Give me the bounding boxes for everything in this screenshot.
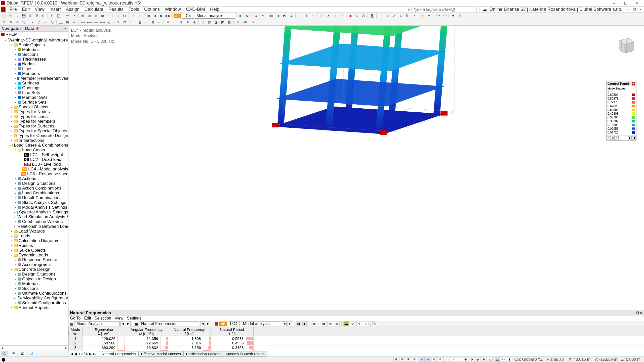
tree-imperfections[interactable]: ▸Imperfections bbox=[0, 138, 68, 143]
cloud-button[interactable]: ⤓ bbox=[14, 13, 20, 19]
star-button[interactable]: ✱ bbox=[450, 13, 456, 19]
sb-mode6-button[interactable]: ◓ bbox=[481, 357, 487, 362]
rotate-button[interactable]: ⟲ bbox=[14, 20, 20, 25]
tree-lc1-self-weight[interactable]: GLC1 - Self-weight bbox=[0, 152, 68, 157]
tree-cd-serviceability-configurations[interactable]: ▸Serviceability Configurations bbox=[0, 296, 68, 300]
dim-button[interactable]: ⟷ bbox=[435, 13, 441, 19]
tree-member-sets[interactable]: ▸Member Sets bbox=[0, 95, 68, 100]
bool2-button[interactable]: ∩ bbox=[172, 20, 178, 25]
load-dialog-button[interactable]: ⚡ bbox=[130, 13, 136, 19]
tree-concrete-design[interactable]: ▾Concrete Design bbox=[0, 267, 68, 272]
bp-results-dropdown[interactable]: Natural Frequencies bbox=[139, 321, 199, 326]
sb-mode4-button[interactable]: ◑ bbox=[469, 357, 474, 362]
arrow4-button[interactable]: ↘ bbox=[397, 13, 404, 19]
diagram3-button[interactable]: ⊢ bbox=[310, 13, 316, 19]
bp-lc-dropdown[interactable]: LC4 bbox=[228, 321, 239, 326]
tree-types-for-lines[interactable]: ▸Types for Lines bbox=[0, 114, 68, 119]
copy-button[interactable]: ⎘ bbox=[49, 13, 55, 19]
bp-tab-effective-modal-masses[interactable]: Effective Modal Masses bbox=[138, 351, 184, 356]
window-quad-button[interactable]: ⊟ bbox=[121, 13, 127, 19]
tree-response-spectra[interactable]: ▸Response Spectra bbox=[0, 257, 68, 262]
point-button[interactable]: • bbox=[29, 20, 35, 25]
bp-tab-participation-factors[interactable]: Participation Factors bbox=[183, 351, 223, 356]
bp-nav-next1[interactable]: ▶ bbox=[126, 321, 131, 326]
calculate-button[interactable]: ▶ bbox=[238, 13, 244, 19]
menu-insert[interactable]: Insert bbox=[47, 7, 63, 12]
bp-menu-settings[interactable]: Settings bbox=[127, 316, 141, 321]
star2-button[interactable]: ✲ bbox=[457, 13, 463, 19]
sb-mode7-button[interactable]: △ bbox=[487, 357, 493, 362]
tree-openings[interactable]: ▸Openings bbox=[0, 85, 68, 90]
spark-button[interactable]: ✦ bbox=[426, 13, 432, 19]
tree-wind-simulation-analysis-settings[interactable]: ▸Wind Simulation Analysis Settings bbox=[0, 214, 68, 219]
dim-sel-button[interactable]: ⟻ bbox=[86, 20, 92, 25]
tree-results[interactable]: ▸Results bbox=[0, 243, 68, 248]
dim-all-button[interactable]: ⟺ bbox=[80, 20, 86, 25]
menu-calculate[interactable]: Calculate bbox=[82, 7, 106, 12]
bp-menu-edit[interactable]: Edit bbox=[84, 316, 91, 321]
bp-tab-next-button[interactable]: ▶ bbox=[89, 352, 92, 356]
bool3-button[interactable]: ⊖ bbox=[178, 20, 184, 25]
tree-spectral-analysis-settings[interactable]: ▸Spectral Analysis Settings bbox=[0, 210, 68, 214]
misc-button[interactable]: ⋯ bbox=[338, 13, 344, 19]
dim-chain-button[interactable]: ⟽ bbox=[99, 20, 105, 25]
bp-grid3-button[interactable]: ▥ bbox=[334, 321, 340, 326]
angle-button[interactable]: ∡ bbox=[106, 20, 112, 25]
sb-disp1-button[interactable]: ▬ bbox=[495, 357, 500, 362]
delete-button[interactable]: ✕ bbox=[250, 20, 256, 25]
bp-nav-prev2[interactable]: ◀ bbox=[200, 321, 205, 326]
bp-refresh-button[interactable]: ⟳ bbox=[350, 321, 355, 326]
flash-button[interactable]: ⚡ bbox=[419, 13, 425, 19]
bp-maximize-button[interactable]: ❐ bbox=[636, 311, 639, 315]
tree-action-combinations[interactable]: ▸Action Combinations bbox=[0, 186, 68, 191]
design2-button[interactable]: ◬ bbox=[354, 13, 360, 19]
sb-view3-button[interactable]: ⊠ bbox=[406, 357, 411, 362]
bp-nav-next3[interactable]: ▶ bbox=[288, 321, 292, 326]
menu-view[interactable]: View bbox=[32, 7, 47, 12]
cursor-button[interactable]: ↖ bbox=[1, 20, 7, 25]
dim-auto-button[interactable]: ⟼ bbox=[93, 20, 99, 25]
tree-lc5-response-spectrum[interactable]: AELC5 - Response spectrum bbox=[0, 171, 68, 176]
bp-close-button[interactable]: ✕ bbox=[640, 311, 642, 315]
result2-button[interactable]: ◨ bbox=[275, 13, 281, 19]
bool4-button[interactable]: ⊕ bbox=[185, 20, 191, 25]
edit2-button[interactable]: ⌫ bbox=[242, 20, 248, 25]
arrow3-button[interactable]: ↗ bbox=[391, 13, 397, 19]
scroll-left[interactable]: ◀ bbox=[1, 346, 3, 350]
tree-types-for-nodes[interactable]: ▸Types for Nodes bbox=[0, 109, 68, 114]
text2-button[interactable]: T bbox=[128, 20, 134, 25]
view-cube[interactable] bbox=[614, 33, 636, 56]
tree-basic-objects[interactable]: ▾Basic Objects bbox=[0, 42, 68, 47]
tree-calculation-diagrams[interactable]: ▸Calculation Diagrams bbox=[0, 238, 68, 243]
cut-button[interactable]: ✂ bbox=[71, 20, 77, 25]
bp-nav-next2[interactable]: ▶ bbox=[206, 321, 210, 326]
sb-mode3-button[interactable]: ◐ bbox=[463, 357, 468, 362]
info-button[interactable]: ℹ bbox=[257, 20, 263, 25]
save-button[interactable]: 💾 bbox=[21, 13, 27, 19]
sb-view2-button[interactable]: ⊟ bbox=[399, 357, 405, 362]
menu-window[interactable]: Window bbox=[162, 7, 183, 12]
view-shaded-button[interactable]: ▧ bbox=[93, 13, 99, 19]
results-table[interactable]: ModeNo. Eigenvalueλ [1/s²] Angular Frequ… bbox=[68, 327, 644, 351]
bp-menu-view[interactable]: View bbox=[115, 316, 123, 321]
tree-lc3-live-load[interactable]: Q BLC3 - Live load bbox=[0, 162, 68, 167]
cp-btn-1[interactable]: + bbox=[607, 136, 611, 140]
print-preview-button[interactable]: ⎙ bbox=[40, 13, 46, 19]
window-single-button[interactable]: ⬚ bbox=[108, 13, 114, 19]
menu-help[interactable]: Help bbox=[208, 7, 222, 12]
grp5-button[interactable]: ▦ bbox=[226, 20, 232, 25]
view-wireframe-button[interactable]: ▦ bbox=[80, 13, 86, 19]
new-button[interactable]: 📄 bbox=[1, 13, 7, 19]
diagram-button[interactable]: ⊥ bbox=[297, 13, 303, 19]
sb-snap5-button[interactable]: ◇ bbox=[443, 357, 449, 362]
table-row[interactable]: 3 393.290 19.832 3.156 0.3168 bbox=[69, 345, 644, 350]
tree-sections[interactable]: ▸Sections bbox=[0, 52, 68, 57]
dim2-button[interactable]: ⟶ bbox=[441, 13, 447, 19]
bp-pick-button[interactable]: ✛ bbox=[356, 321, 362, 326]
menu-assign[interactable]: Assign bbox=[63, 7, 82, 12]
nav-tab-display[interactable]: 👁 bbox=[10, 351, 17, 356]
user-button[interactable]: 👤 bbox=[369, 13, 375, 19]
tree-combination-wizards[interactable]: ▸Combination Wizards bbox=[0, 219, 68, 224]
sb-snap1-button[interactable]: ⌖ bbox=[419, 357, 425, 362]
table-row[interactable]: 1 129.026 11.359 1.808 0.5531 bbox=[69, 336, 644, 341]
